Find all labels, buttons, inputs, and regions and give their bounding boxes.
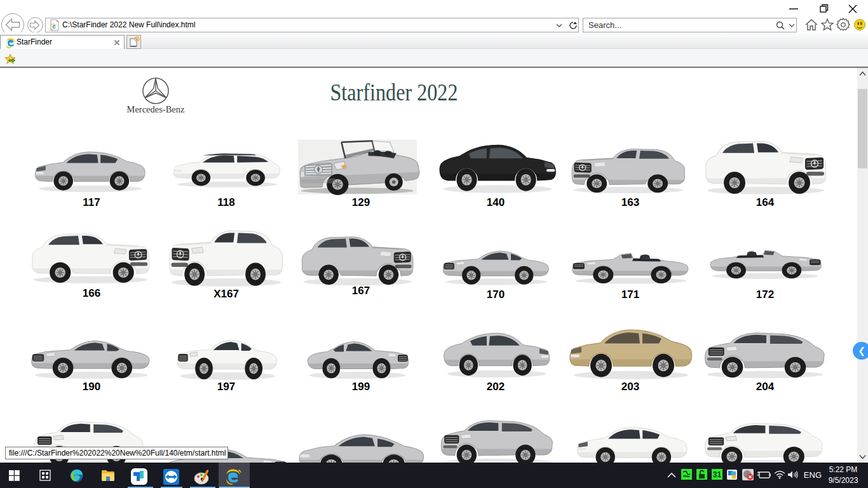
svg-text:31: 31 bbox=[713, 470, 722, 479]
svg-text:Mercedes-Benz: Mercedes-Benz bbox=[127, 104, 186, 114]
